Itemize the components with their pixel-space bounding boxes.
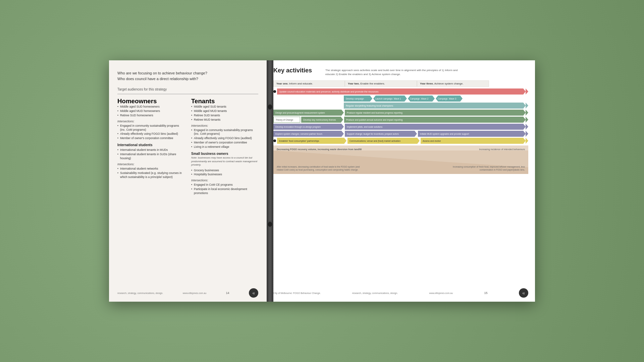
target-audiences-subtitle: Target audiences for this strategy <box>117 87 258 91</box>
homeowners-section: Homeowners Middle aged SUD homeowners Mi… <box>117 98 184 197</box>
intersections-label: Intersections: <box>191 179 258 182</box>
left-question: Who are we focusing on to achieve behavi… <box>117 70 258 81</box>
list-item: Engaged in CoM CE programs <box>191 183 258 187</box>
intersections-label: Intersections: <box>191 124 258 127</box>
book-spine <box>267 60 273 302</box>
audience-grid: Homeowners Middle aged SUD homeowners Mi… <box>117 98 258 197</box>
homeowners-title: Homeowners <box>117 98 184 105</box>
campaign-wave2-bar: Campaign. Wave 2 <box>408 96 435 102</box>
row-innovation: Develop innovation through co-design pro… <box>273 124 528 130</box>
page-number-left: 14 <box>226 291 229 295</box>
list-item: International student networks <box>117 167 184 171</box>
right-page-description: The strategic approach sees activities s… <box>325 67 466 76</box>
row-design-produce: Design and procure/augment measurement s… <box>273 110 528 116</box>
list-item: Participate in local economic developmen… <box>191 187 258 195</box>
dot-left <box>273 90 276 93</box>
implement-pilots-bar: Implement pilots, and scale solutions <box>345 124 526 130</box>
footer-left-text: research, strategy, communications, desi… <box>117 292 163 294</box>
left-page: Who are we focusing on to achieve behavi… <box>109 60 267 302</box>
list-item: Middle aged SUD homeowners <box>117 105 184 109</box>
homeowners-intersections: Engaged in community sustainability prog… <box>117 124 184 141</box>
list-item: Already effectively using FOGO bins (aud… <box>191 136 258 140</box>
list-item: Retiree SUD homeowners <box>117 114 184 118</box>
campaign-wave3-bar: Campaign. Wave 3 <box>436 96 463 102</box>
ring-bottom <box>267 221 273 227</box>
storytelling-bar: Regular storytelling featuring local cha… <box>344 103 526 109</box>
list-item: Retiree SUD tenants <box>191 114 258 118</box>
left-page-footer: research, strategy, communications, desi… <box>117 288 258 298</box>
list-item: International student tenants in SUDs (s… <box>117 153 184 161</box>
list-item: Engaged in community sustainability prog… <box>117 124 184 132</box>
arrow-end <box>526 103 528 109</box>
explore-system-bar: Explore system changes; convene partner … <box>273 131 344 137</box>
list-item: Grocery businesses <box>191 169 258 173</box>
small-biz-note: Note: businesses may have access to a co… <box>191 156 258 167</box>
arrow-end <box>526 138 528 144</box>
client-text: City of Melbourne: FOGO Behaviour Change… <box>273 292 321 294</box>
list-item: Middle aged MUD tenants <box>191 109 258 113</box>
produce-publish-bar: Produce and publish annual outcome and i… <box>344 117 526 123</box>
year-header-row: Year one. Inform and educate. Year two. … <box>273 80 491 87</box>
list-item: Engaged in community sustainability prog… <box>191 128 258 136</box>
small-biz-intersections: Engaged in CoM CE programs Participate i… <box>191 183 258 195</box>
list-item: Living in a retirement village <box>191 145 258 149</box>
list-item: Retiree MUD tenants <box>191 118 258 122</box>
bottom-subtext-right: Increasing consumption of fresh food, im… <box>451 166 525 171</box>
list-item: Member of owner's corporation committee <box>117 136 184 140</box>
co-design-bar: Develop innovation through co-design pro… <box>273 124 344 130</box>
arrow-end <box>526 110 528 116</box>
theory-of-change-bar: Theory of Change <box>273 117 300 123</box>
intersections-label: Intersections: <box>117 120 184 123</box>
bottom-left-label: Decreasing FOGO recovery volume, increas… <box>277 148 362 150</box>
ring-top <box>267 104 273 110</box>
row-storytelling: Regular storytelling featuring local cha… <box>273 103 528 109</box>
establish-partnerships-bar: Establish 'food consumption' partnership… <box>277 138 346 144</box>
list-item: Already effectively using FOGO bins (aud… <box>117 132 184 136</box>
right-page-title: Key activities <box>273 67 317 74</box>
list-item: Hospitality businesses <box>191 173 258 177</box>
arrow-end <box>526 131 528 137</box>
footer-website: www.ellisjones.com.au <box>429 292 453 294</box>
activities-area: Update council education materials and p… <box>273 88 528 144</box>
list-item: Middle aged MUD homeowners <box>117 109 184 113</box>
intl-intersections: International student networks Sustainab… <box>117 167 184 179</box>
row-system: Explore system changes; convene partner … <box>273 131 528 137</box>
update-council-bar: Update council education materials and p… <box>277 88 526 95</box>
assess-evolve-bar: Assess and evolve <box>421 138 526 144</box>
support-change-bar: Support change; budget for incentives; p… <box>345 131 417 137</box>
design-procure-bar: Design and procure/augment measurement s… <box>273 110 344 116</box>
initiate-mud-bar: Initiate MUD system upgrades and provide… <box>418 131 526 137</box>
year-one-header: Year one. Inform and educate. <box>273 80 345 87</box>
right-page: Key activities The strategic approach se… <box>267 60 535 302</box>
intl-students-list: International student tenants in MUDs In… <box>117 148 184 161</box>
communications-bar: Communications; venue and (food) market … <box>347 138 420 144</box>
list-item: Sustainability motivated (e.g. studying … <box>117 171 184 179</box>
tenants-intersections: Engaged in community sustainability prog… <box>191 128 258 149</box>
logo-left: ej <box>249 288 258 298</box>
footer-agency: research, strategy, communications, desi… <box>352 292 398 294</box>
launch-campaign-wave1-bar: Launch campaign. Wave 1 <box>373 96 407 102</box>
year-two-header: Year two. Enable the enablers. <box>345 80 417 87</box>
arrow-end <box>526 117 528 123</box>
row-partnerships: Establish 'food consumption' partnership… <box>273 138 528 144</box>
book-container: Who are we focusing on to achieve behavi… <box>109 60 535 302</box>
intersections-label: Intersections: <box>117 163 184 166</box>
list-item: International student tenants in MUDs <box>117 148 184 152</box>
row-theory: Theory of Change Develop key metrics/sto… <box>273 117 528 123</box>
list-item: Member of owner's corporation committee <box>191 141 258 145</box>
right-page-footer: City of Melbourne: FOGO Behaviour Change… <box>273 288 528 298</box>
bottom-right-label: Increasing incidence of intended behavio… <box>479 148 525 150</box>
page-number-right: 15 <box>484 291 488 295</box>
row-update-council: Update council education materials and p… <box>273 88 528 95</box>
logo-right: ej <box>519 288 528 298</box>
arrow-end <box>526 124 528 130</box>
small-biz-list: Grocery businesses Hospitality businesse… <box>191 169 258 177</box>
year-three-header: Year three. Achieve system change. <box>417 80 489 87</box>
right-header: Key activities The strategic approach se… <box>273 67 528 76</box>
develop-metrics-bar: Develop key metrics/story themes <box>301 117 343 123</box>
homeowners-list: Middle aged SUD homeowners Middle aged M… <box>117 105 184 118</box>
small-biz-title: Small business owners <box>191 152 258 156</box>
arrow-end <box>526 88 528 95</box>
list-item: Middle aged SUD tenants <box>191 105 258 109</box>
tenants-section: Tenants Middle aged SUD tenants Middle a… <box>191 98 258 197</box>
